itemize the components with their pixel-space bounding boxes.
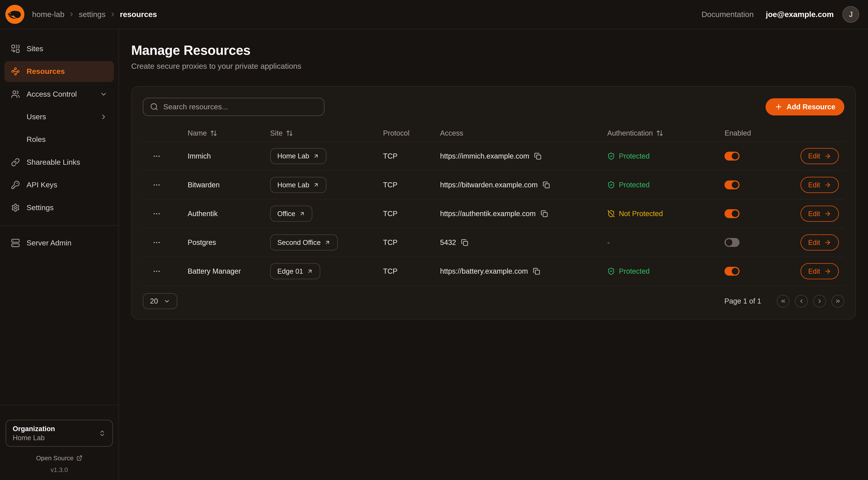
column-header-name[interactable]: Name: [188, 129, 270, 137]
enabled-toggle[interactable]: [724, 152, 740, 160]
add-resource-label: Add Resource: [786, 103, 835, 111]
column-header-authentication[interactable]: Authentication: [607, 129, 725, 137]
edit-button[interactable]: Edit: [801, 263, 839, 279]
arrow-right-icon: [824, 153, 831, 160]
key-icon: [11, 180, 20, 189]
topbar: home-lab settings resources Documentatio…: [0, 0, 868, 29]
enabled-toggle[interactable]: [724, 180, 740, 189]
breadcrumb-settings[interactable]: settings: [79, 10, 105, 19]
sidebar-item-api-keys[interactable]: API Keys: [4, 175, 114, 196]
edit-button[interactable]: Edit: [801, 234, 839, 250]
site-link-badge[interactable]: Office: [270, 206, 312, 222]
resource-access-url: 5432: [440, 238, 456, 246]
row-menu-button[interactable]: [150, 150, 164, 162]
add-resource-button[interactable]: Add Resource: [766, 98, 844, 116]
search-input[interactable]: [163, 102, 317, 111]
next-page-button[interactable]: [813, 295, 826, 307]
breadcrumb-home-lab[interactable]: home-lab: [32, 10, 64, 19]
page-subtitle: Create secure proxies to your private ap…: [131, 62, 856, 70]
site-name: Edge 01: [277, 267, 303, 275]
row-menu-button[interactable]: [150, 236, 164, 248]
edit-button[interactable]: Edit: [801, 177, 839, 193]
column-label: Enabled: [724, 129, 751, 137]
sidebar-item-settings[interactable]: Settings: [4, 197, 114, 218]
auth-status-label: Protected: [619, 181, 650, 189]
copy-icon[interactable]: [461, 239, 468, 246]
sidebar-item-users[interactable]: Users: [4, 106, 114, 127]
edit-button[interactable]: Edit: [801, 206, 839, 222]
enabled-toggle[interactable]: [724, 267, 740, 276]
resource-access-url: https://authentik.example.com: [440, 210, 536, 218]
organization-label: Organization: [13, 425, 55, 433]
resource-protocol: TCP: [383, 181, 440, 189]
copy-icon[interactable]: [534, 153, 541, 160]
sites-icon: [11, 44, 20, 53]
organization-selector[interactable]: Organization Home Lab: [6, 420, 113, 447]
shield-off-icon: [607, 210, 615, 217]
arrow-right-icon: [824, 268, 831, 275]
edit-button-label: Edit: [808, 152, 820, 160]
prev-page-button[interactable]: [795, 295, 808, 307]
page-size-select[interactable]: 20: [143, 293, 177, 309]
avatar[interactable]: J: [842, 6, 859, 23]
sidebar-item-label: Settings: [27, 204, 54, 212]
resources-icon: [11, 67, 20, 76]
column-label: Name: [188, 129, 207, 137]
column-label: Access: [440, 129, 463, 137]
arrow-up-right-icon: [307, 268, 313, 274]
copy-icon[interactable]: [541, 210, 548, 217]
link-icon: [11, 158, 20, 167]
sidebar-item-shareable-links[interactable]: Shareable Links: [4, 152, 114, 173]
column-header-site[interactable]: Site: [270, 129, 383, 137]
sidebar-item-label: Access Control: [27, 90, 77, 98]
page-info: Page 1 of 1: [724, 297, 761, 305]
auth-status: Protected: [607, 152, 725, 160]
column-header-access: Access: [440, 129, 607, 137]
main-content: Manage Resources Create secure proxies t…: [119, 29, 868, 480]
resource-protocol: TCP: [383, 238, 440, 246]
sidebar-footer-divider: [0, 405, 119, 406]
resource-name: Authentik: [188, 210, 270, 218]
row-menu-button[interactable]: [150, 208, 164, 220]
site-link-badge[interactable]: Home Lab: [270, 148, 327, 164]
row-menu-button[interactable]: [150, 179, 164, 191]
row-menu-button[interactable]: [150, 265, 164, 277]
shield-check-icon: [607, 267, 615, 275]
user-email[interactable]: joe@example.com: [766, 10, 834, 19]
auth-status: Protected: [607, 267, 725, 275]
sidebar-item-roles[interactable]: Roles: [4, 129, 114, 150]
organization-value: Home Lab: [13, 434, 55, 442]
last-page-button[interactable]: [832, 295, 844, 307]
enabled-toggle[interactable]: [724, 238, 740, 247]
app-logo[interactable]: [3, 3, 26, 26]
resource-access-url: https://battery.example.com: [440, 267, 528, 275]
breadcrumb: home-lab settings resources: [32, 10, 157, 19]
documentation-link[interactable]: Documentation: [702, 10, 754, 19]
sidebar-item-sites[interactable]: Sites: [4, 38, 114, 59]
site-name: Home Lab: [277, 152, 309, 160]
app-root: home-lab settings resources Documentatio…: [0, 0, 868, 480]
edit-button[interactable]: Edit: [801, 148, 839, 164]
site-link-badge[interactable]: Second Office: [270, 234, 338, 250]
sidebar-item-label: Sites: [27, 44, 43, 53]
table-row: Authentik Office TCP https://authent: [143, 200, 844, 229]
users-icon: [11, 90, 20, 99]
breadcrumb-resources: resources: [120, 10, 157, 19]
site-link-badge[interactable]: Home Lab: [270, 177, 327, 193]
sidebar-item-resources[interactable]: Resources: [4, 61, 114, 82]
sidebar-item-access-control[interactable]: Access Control: [4, 84, 114, 104]
table-row: Battery Manager Edge 01 TCP https://: [143, 257, 844, 286]
open-source-link[interactable]: Open Source: [4, 454, 114, 462]
copy-icon[interactable]: [533, 268, 540, 275]
column-header-protocol: Protocol: [383, 129, 440, 137]
enabled-toggle[interactable]: [724, 209, 740, 218]
copy-icon[interactable]: [542, 181, 550, 189]
auth-status-label: Not Protected: [619, 210, 663, 218]
sidebar-item-server-admin[interactable]: Server Admin: [4, 233, 114, 253]
site-link-badge[interactable]: Edge 01: [270, 263, 320, 279]
column-label: Protocol: [383, 129, 409, 137]
resource-protocol: TCP: [383, 267, 440, 275]
search-icon: [150, 102, 158, 111]
edit-button-label: Edit: [808, 267, 820, 275]
first-page-button[interactable]: [777, 295, 789, 307]
